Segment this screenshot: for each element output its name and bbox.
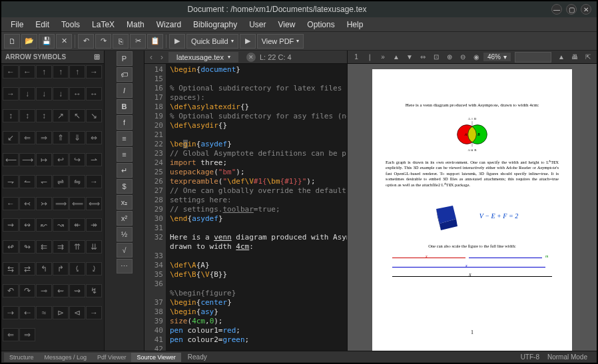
symbol-24[interactable]: ⟵ — [3, 153, 19, 166]
redo-button[interactable]: ↷ — [95, 34, 111, 49]
symbol-4[interactable]: ↑ — [69, 65, 85, 79]
symbol-29[interactable]: ⇀ — [86, 153, 102, 166]
symbol-20[interactable]: ⇒ — [36, 131, 52, 144]
special-button[interactable]: ⋯ — [117, 259, 133, 273]
maximize-button[interactable]: ▢ — [566, 4, 577, 15]
cut-button[interactable]: ✂ — [130, 34, 146, 49]
run-button[interactable]: ▶ — [169, 34, 185, 49]
code-editor[interactable]: 1415161718192021222324252627282930313233… — [145, 64, 347, 351]
symbol-30[interactable]: ⇁ — [3, 175, 19, 188]
subscript-button[interactable]: x₂ — [117, 195, 133, 210]
symbol-3[interactable]: ↑ — [53, 65, 69, 79]
symbol-15[interactable]: ↗ — [53, 109, 69, 122]
center-align-button[interactable]: ≡ — [117, 147, 133, 162]
status-tab-messages-log[interactable]: Messages / Log — [39, 353, 93, 362]
format-button[interactable]: f — [117, 115, 133, 130]
build-select[interactable]: Quick Build▾ — [186, 34, 238, 49]
symbol-73[interactable]: ⇒ — [19, 328, 35, 341]
menu-tools[interactable]: Tools — [56, 19, 85, 31]
symbol-50[interactable]: ⇇ — [36, 240, 52, 254]
bookmark-icon[interactable]: ❘ — [364, 52, 376, 63]
symbol-57[interactable]: ↱ — [53, 262, 69, 275]
symbol-25[interactable]: ⟶ — [19, 153, 35, 166]
newline-button[interactable]: ↵ — [117, 163, 133, 178]
symbol-19[interactable]: ⇐ — [19, 131, 35, 144]
math-button[interactable]: $ — [117, 179, 133, 194]
search-prev-icon[interactable]: ▲ — [555, 52, 567, 63]
symbol-69[interactable]: ⊳ — [53, 306, 69, 319]
menu-view[interactable]: View — [273, 19, 301, 31]
zoom-select[interactable]: 46%▾ — [483, 53, 511, 61]
symbol-70[interactable]: ⊲ — [69, 306, 85, 319]
symbol-53[interactable]: ⇊ — [86, 240, 102, 254]
minimize-button[interactable]: — — [551, 4, 562, 15]
symbol-1[interactable]: ← — [19, 65, 35, 79]
symbol-38[interactable]: ↣ — [36, 197, 52, 210]
close-button[interactable]: ✕ — [581, 4, 591, 15]
symbol-16[interactable]: ↖ — [69, 109, 85, 122]
menu-options[interactable]: Options — [302, 19, 340, 31]
symbol-14[interactable]: ↕ — [36, 109, 52, 122]
symbol-13[interactable]: ↕ — [19, 109, 35, 122]
symbol-44[interactable]: ↜ — [36, 218, 52, 232]
zoom-out-icon[interactable]: ⊖ — [457, 52, 469, 63]
view-mode-icon[interactable]: ◉ — [470, 52, 482, 63]
page-up-icon[interactable]: ▲ — [390, 52, 402, 63]
symbol-47[interactable]: ↠ — [86, 218, 102, 232]
symbol-32[interactable]: ↽ — [36, 175, 52, 188]
paste-button[interactable]: 📋 — [147, 34, 163, 49]
symbol-65[interactable]: ↯ — [86, 284, 102, 297]
symbol-40[interactable]: ⟸ — [69, 197, 85, 210]
symbol-26[interactable]: ↦ — [36, 153, 52, 166]
symbol-6[interactable]: → — [3, 87, 19, 100]
symbol-52[interactable]: ⇈ — [69, 240, 85, 254]
symbol-66[interactable]: ⇢ — [3, 306, 19, 319]
symbol-9[interactable]: ↓ — [53, 87, 69, 100]
symbol-61[interactable]: ↷ — [19, 284, 35, 297]
symbol-10[interactable]: ↔ — [69, 87, 85, 100]
italic-button[interactable]: I — [117, 83, 133, 98]
symbol-43[interactable]: ↭ — [19, 218, 35, 232]
menu-file[interactable]: File — [5, 19, 29, 31]
page-indicator[interactable]: 1 — [350, 52, 362, 63]
close-file-button[interactable]: ✕ — [56, 34, 72, 49]
symbol-37[interactable]: ↢ — [19, 197, 35, 210]
frac-button[interactable]: ½ — [117, 227, 133, 242]
menu-user[interactable]: User — [244, 19, 271, 31]
symbol-64[interactable]: ⇝ — [69, 284, 85, 297]
menu-math[interactable]: Math — [121, 19, 150, 31]
symbol-41[interactable]: ⟺ — [86, 197, 102, 210]
menu-latex[interactable]: LaTeX — [87, 19, 120, 31]
viewer-select[interactable]: View PDF▾ — [257, 34, 304, 49]
symbol-31[interactable]: ↼ — [19, 175, 35, 188]
symbol-42[interactable]: ⇝ — [3, 218, 19, 232]
status-tab-pdf-viewer[interactable]: Pdf Viewer — [92, 353, 131, 362]
symbol-35[interactable]: → — [86, 175, 102, 188]
symbol-8[interactable]: ↓ — [36, 87, 52, 100]
symbol-48[interactable]: ↫ — [3, 240, 19, 254]
symbol-49[interactable]: ↬ — [19, 240, 35, 254]
symbol-21[interactable]: ⇑ — [53, 131, 69, 144]
symbol-51[interactable]: ⇉ — [53, 240, 69, 254]
symbol-27[interactable]: ↩ — [53, 153, 69, 166]
page-down-icon[interactable]: ▼ — [404, 52, 416, 63]
undo-button[interactable]: ↶ — [78, 34, 94, 49]
expand-icon[interactable]: » — [377, 52, 389, 63]
symbol-45[interactable]: ↝ — [53, 218, 69, 232]
symbol-62[interactable]: ⊸ — [36, 284, 52, 297]
symbol-5[interactable]: → — [86, 65, 102, 79]
print-icon[interactable]: 🖶 — [569, 52, 581, 63]
view-button[interactable]: ▶ — [240, 34, 256, 49]
bold-button[interactable]: B — [117, 99, 133, 114]
copy-button[interactable]: ⎘ — [113, 34, 129, 49]
tab-next-icon[interactable]: › — [158, 53, 166, 62]
error-indicator-icon[interactable]: ✕ — [246, 53, 256, 62]
symbol-67[interactable]: ⇠ — [19, 306, 35, 319]
menu-edit[interactable]: Edit — [30, 19, 55, 31]
status-tab-source-viewer[interactable]: Source Viewer — [131, 353, 180, 362]
external-icon[interactable]: ⇱ — [582, 52, 594, 63]
symbol-46[interactable]: ↞ — [69, 218, 85, 232]
symbol-7[interactable]: ↓ — [19, 87, 35, 100]
label-button[interactable]: 🏷 — [117, 67, 133, 82]
menu-bibliography[interactable]: Bibliography — [188, 19, 242, 31]
